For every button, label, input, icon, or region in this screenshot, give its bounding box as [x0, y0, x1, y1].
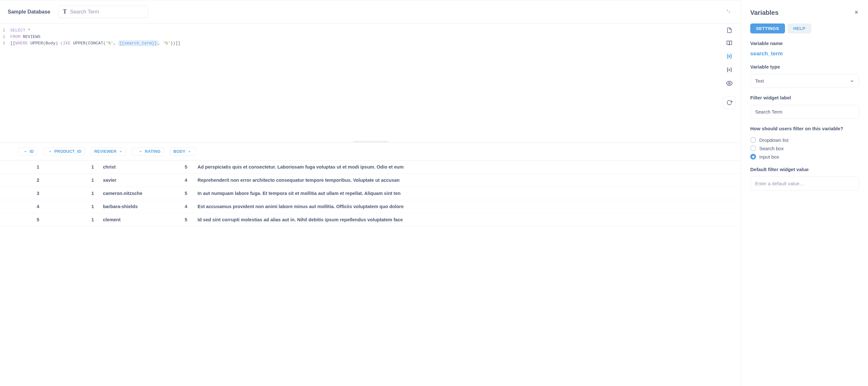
sidebar-tabs: SETTINGS HELP — [750, 24, 859, 33]
filter-mode-label: How should users filter on this variable… — [750, 126, 859, 131]
data-rows: 11christ5Ad perspiciatis quis et consect… — [0, 161, 741, 386]
radio-circle-icon — [750, 137, 756, 143]
table-row[interactable]: 51clement5Id sed sint corrupti molestias… — [0, 213, 741, 226]
text-type-icon: T — [63, 8, 67, 15]
cell-reviewer: xavier — [94, 178, 146, 183]
cell-id: 1 — [15, 164, 39, 169]
cell-id: 3 — [15, 191, 39, 196]
cell-rating: 5 — [146, 217, 187, 222]
column-header-id[interactable]: ID — [18, 147, 37, 156]
results-panel: ID PRODUCT_ID REVIEWER RATING BODY — [0, 142, 741, 386]
default-value-input[interactable] — [755, 181, 854, 186]
cell-reviewer: barbara-shields — [94, 204, 146, 209]
collapse-editor-button[interactable] — [723, 6, 733, 17]
variable-token[interactable]: {{search_term}} — [118, 40, 158, 46]
cell-id: 2 — [15, 178, 39, 183]
radio-search-box[interactable]: Search box — [750, 146, 859, 151]
default-value-input-wrap — [750, 176, 859, 190]
cell-body: Ad perspiciatis quis et consectetur. Lab… — [187, 164, 741, 169]
radio-dropdown-list[interactable]: Dropdown list — [750, 137, 859, 143]
column-header-reviewer[interactable]: REVIEWER — [91, 147, 126, 156]
variable-type-select[interactable]: Text — [750, 74, 859, 88]
default-value-label: Default filter widget value — [750, 167, 859, 172]
search-term-input[interactable] — [70, 9, 144, 15]
variable-name-label: Variable name — [750, 40, 859, 46]
table-row[interactable]: 41barbara-shields4Est accusamus providen… — [0, 200, 741, 213]
database-name[interactable]: Sample Database — [8, 9, 51, 15]
cell-product-id: 1 — [39, 178, 94, 183]
search-term-filter[interactable]: T — [58, 5, 148, 18]
variables-button[interactable] — [726, 53, 733, 60]
editor-gutter: 1 2 3 — [0, 24, 8, 140]
cell-product-id: 1 — [39, 217, 94, 222]
variables-sidebar: Variables SETTINGS HELP Variable name se… — [741, 0, 868, 386]
cell-body: Reprehenderit non error architecto conse… — [187, 178, 741, 183]
table-row[interactable]: 21xavier4Reprehenderit non error archite… — [0, 174, 741, 187]
cell-rating: 4 — [146, 204, 187, 209]
chevron-down-icon — [850, 79, 854, 83]
column-header-rating[interactable]: RATING — [132, 147, 164, 156]
cell-rating: 4 — [146, 178, 187, 183]
cell-body: Id sed sint corrupti molestias ad alias … — [187, 217, 741, 222]
variable-type-label: Variable type — [750, 64, 859, 69]
table-row[interactable]: 11christ5Ad perspiciatis quis et consect… — [0, 161, 741, 174]
cell-product-id: 1 — [39, 164, 94, 169]
cell-id: 5 — [15, 217, 39, 222]
table-row[interactable]: 31cameron.nitzsche5In aut numquam labore… — [0, 187, 741, 200]
filter-widget-label-input[interactable] — [755, 109, 854, 115]
column-header-body[interactable]: BODY — [170, 147, 196, 156]
editor-code[interactable]: SELECT *FROM REVIEWS[[WHERE UPPER(Body) … — [8, 24, 741, 140]
cell-body: In aut numquam labore fuga. Et tempora s… — [187, 191, 741, 196]
cell-product-id: 1 — [39, 191, 94, 196]
cell-id: 4 — [15, 204, 39, 209]
close-sidebar-button[interactable] — [854, 10, 859, 16]
tab-help[interactable]: HELP — [787, 24, 811, 33]
filter-mode-radio-group: Dropdown list Search box Input box — [750, 137, 859, 160]
query-header: Sample Database T — [0, 0, 741, 24]
cell-product-id: 1 — [39, 204, 94, 209]
sql-editor[interactable]: 1 2 3 SELECT *FROM REVIEWS[[WHERE UPPER(… — [0, 24, 741, 140]
format-button[interactable] — [726, 67, 733, 73]
radio-input-box[interactable]: Input box — [750, 154, 859, 160]
svg-point-4 — [729, 83, 730, 84]
cell-rating: 5 — [146, 191, 187, 196]
column-headers: ID PRODUCT_ID REVIEWER RATING BODY — [0, 143, 741, 161]
radio-circle-checked-icon — [750, 154, 756, 160]
radio-circle-icon — [750, 146, 756, 151]
sidebar-title: Variables — [750, 9, 779, 17]
snippets-button[interactable] — [726, 40, 732, 46]
cell-rating: 5 — [146, 164, 187, 169]
data-reference-button[interactable] — [726, 27, 732, 33]
editor-toolbar — [723, 27, 736, 109]
cell-reviewer: clement — [94, 217, 146, 222]
run-query-button[interactable] — [723, 96, 736, 109]
cell-reviewer: cameron.nitzsche — [94, 191, 146, 196]
preview-button[interactable] — [726, 80, 733, 87]
cell-reviewer: christ — [94, 164, 146, 169]
tab-settings[interactable]: SETTINGS — [750, 24, 785, 33]
filter-widget-label-label: Filter widget label — [750, 95, 859, 100]
filter-widget-label-input-wrap — [750, 105, 859, 119]
column-header-product-id[interactable]: PRODUCT_ID — [43, 147, 85, 156]
cell-body: Est accusamus provident non animi labore… — [187, 204, 741, 209]
variable-name-value: search_term — [750, 51, 859, 57]
